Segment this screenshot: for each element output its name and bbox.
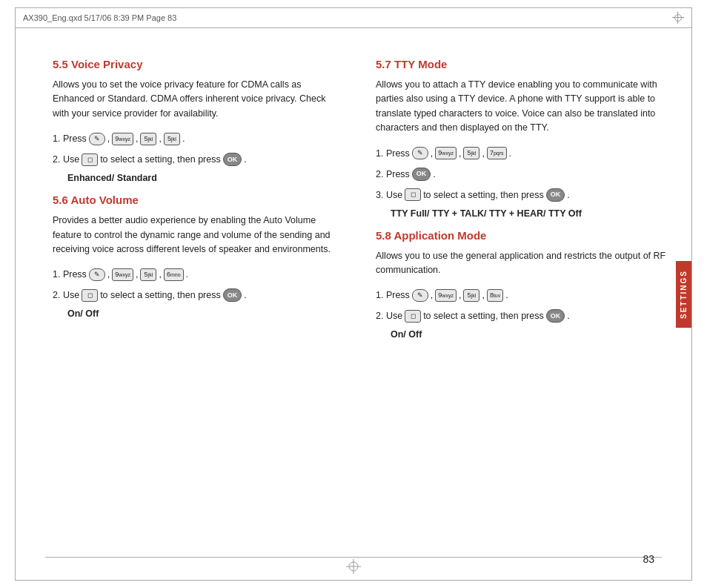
tty-step2-label: 2. Press <box>376 167 410 182</box>
page-border: AX390_Eng.qxd 5/17/06 8:39 PM Page 83 5.… <box>15 7 692 581</box>
app-mode-body: Allows you to use the general applicatio… <box>376 249 669 278</box>
settings-tab: SETTINGS <box>676 260 691 327</box>
tty-step1: 1. Press ✎, 9wxyz, 5jkl, 7pqrs . <box>376 146 669 161</box>
bottom-divider <box>45 557 662 558</box>
av-9wxyz-key-icon: 9wxyz <box>112 268 133 281</box>
header-crosshair-icon <box>672 12 684 24</box>
section-voice-privacy: 5.5 Voice Privacy Allows you to set the … <box>53 58 331 183</box>
app-mode-title: 5.8 Application Mode <box>376 229 669 242</box>
av-step2-label: 2. Use <box>53 288 79 303</box>
voice-privacy-step1: 1. Press ✎, 9wxyz, 5jkl, 5jkl . <box>53 131 331 146</box>
app-9wxyz-key-icon: 9wxyz <box>435 289 457 302</box>
5jkl-key-2-icon: 5jkl <box>164 133 180 145</box>
app-8tuv-key-icon: 8tuv <box>487 289 503 302</box>
auto-volume-step1: 1. Press ✎, 9wxyz, 5jkl, 6mno . <box>53 267 331 282</box>
section-auto-volume: 5.6 Auto Volume Provides a better audio … <box>53 194 331 319</box>
ok-key-icon: OK <box>223 153 242 166</box>
tty-mode-option: TTY Full/ TTY + TALK/ TTY + HEAR/ TTY Of… <box>376 208 669 219</box>
right-column: 5.7 TTY Mode Allows you to attach a TTY … <box>354 28 691 576</box>
tty-menu-key-icon: ✎ <box>412 147 428 159</box>
header-file-info: AX390_Eng.qxd 5/17/06 8:39 PM Page 83 <box>23 13 176 22</box>
tty-5jkl-key-icon: 5jkl <box>463 147 479 159</box>
auto-volume-option: On/ Off <box>53 308 331 319</box>
voice-privacy-title: 5.5 Voice Privacy <box>53 58 331 70</box>
av-6mno-key-icon: 6mno <box>164 268 184 281</box>
tty-step1-label: 1. Press <box>376 146 410 161</box>
section-application-mode: 5.8 Application Mode Allows you to use t… <box>376 229 669 340</box>
content-area: 5.5 Voice Privacy Allows you to set the … <box>16 28 691 576</box>
app-ok-key-icon: OK <box>546 309 565 323</box>
app-menu-key-icon: ✎ <box>412 289 428 302</box>
app-step2: 2. Use ◻ to select a setting, then press… <box>376 308 669 323</box>
nav-key-icon: ◻ <box>82 153 98 166</box>
voice-privacy-option: Enhanced/ Standard <box>53 173 331 183</box>
tty-mode-title: 5.7 TTY Mode <box>376 58 669 70</box>
tty-7pqrs-key-icon: 7pqrs <box>487 147 507 159</box>
av-5jkl-key-icon: 5jkl <box>140 268 156 281</box>
tty-mode-body: Allows you to attach a TTY device enabli… <box>376 78 669 136</box>
app-5jkl-key-icon: 5jkl <box>463 289 479 302</box>
menu-key-icon: ✎ <box>89 133 105 145</box>
bottom-crosshair-icon <box>346 559 361 576</box>
app-mode-option: On/ Off <box>376 329 669 340</box>
9wxyz-key-icon: 9wxyz <box>112 133 133 145</box>
tty-nav-key-icon: ◻ <box>405 188 421 201</box>
tty-step2: 2. Press OK . <box>376 167 669 182</box>
app-step2-label: 2. Use <box>376 308 402 323</box>
tty-ok3-key-icon: OK <box>546 188 565 202</box>
header-bar: AX390_Eng.qxd 5/17/06 8:39 PM Page 83 <box>16 8 691 28</box>
av-menu-key-icon: ✎ <box>89 268 105 281</box>
app-step1-label: 1. Press <box>376 288 410 303</box>
auto-volume-body: Provides a better audio experience by en… <box>53 214 331 257</box>
step1-number: 1. Press <box>53 131 87 146</box>
voice-privacy-step2: 2. Use ◻ to select a setting, then press… <box>53 152 331 167</box>
av-nav-key-icon: ◻ <box>82 289 98 302</box>
section-tty-mode: 5.7 TTY Mode Allows you to attach a TTY … <box>376 58 669 219</box>
tty-ok2-key-icon: OK <box>412 168 431 181</box>
page-number: 83 <box>643 553 654 565</box>
av-step1-label: 1. Press <box>53 267 87 282</box>
tty-step3: 3. Use ◻ to select a setting, then press… <box>376 188 669 202</box>
step2-number: 2. Use <box>53 152 79 167</box>
tty-9wxyz-key-icon: 9wxyz <box>435 147 457 159</box>
auto-volume-title: 5.6 Auto Volume <box>53 194 331 206</box>
voice-privacy-body: Allows you to set the voice privacy feat… <box>53 78 331 121</box>
av-ok-key-icon: OK <box>223 288 242 302</box>
app-step1: 1. Press ✎, 9wxyz, 5jkl, 8tuv . <box>376 288 669 303</box>
5jkl-key-1-icon: 5jkl <box>140 133 156 145</box>
tty-step3-label: 3. Use <box>376 188 402 202</box>
left-column: 5.5 Voice Privacy Allows you to set the … <box>16 28 354 576</box>
auto-volume-step2: 2. Use ◻ to select a setting, then press… <box>53 288 331 303</box>
app-nav-key-icon: ◻ <box>405 310 421 323</box>
